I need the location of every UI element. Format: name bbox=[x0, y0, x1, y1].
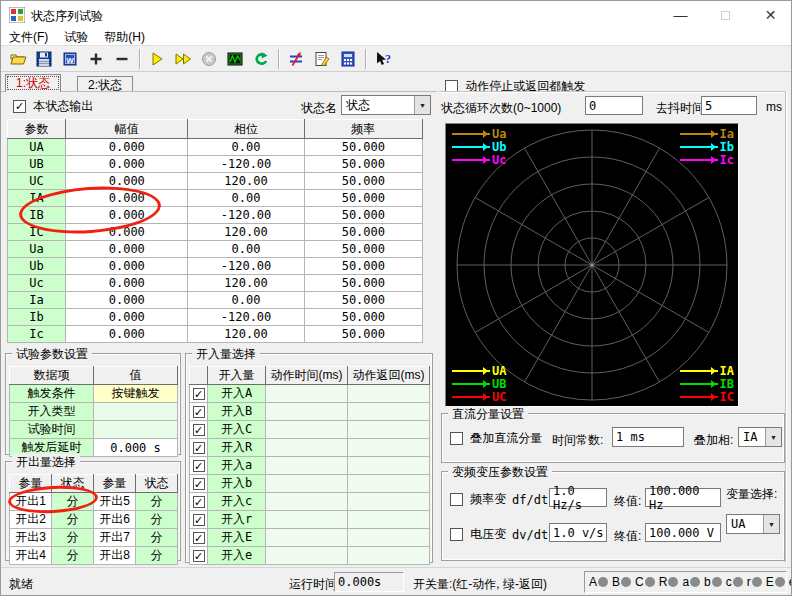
frequency-cell[interactable]: 50.000 bbox=[304, 224, 422, 241]
dvdt-input[interactable]: 1.0 v/s bbox=[549, 523, 607, 542]
phase-cell[interactable]: 120.00 bbox=[188, 173, 304, 190]
col-phase[interactable]: 相位 bbox=[188, 120, 304, 139]
frequency-cell[interactable]: 50.000 bbox=[304, 139, 422, 156]
close-button[interactable]: ✕ bbox=[748, 1, 792, 29]
amplitude-cell[interactable]: 0.000 bbox=[66, 207, 188, 224]
output-state[interactable]: 分 bbox=[136, 511, 178, 529]
maximize-button[interactable] bbox=[703, 1, 748, 29]
amplitude-cell[interactable]: 0.000 bbox=[66, 275, 188, 292]
frequency-cell[interactable]: 50.000 bbox=[304, 207, 422, 224]
frequency-cell[interactable]: 50.000 bbox=[304, 292, 422, 309]
calculator-button[interactable] bbox=[335, 47, 361, 71]
param-value[interactable]: 0.000 s bbox=[94, 439, 178, 457]
chevron-down-icon[interactable]: ▼ bbox=[763, 515, 779, 533]
input-checkbox[interactable]: ✓ bbox=[190, 457, 208, 475]
tab-state-1[interactable]: 1:状态 bbox=[5, 74, 61, 92]
debounce-input[interactable]: 5 bbox=[701, 96, 757, 115]
amplitude-cell[interactable]: 0.000 bbox=[66, 258, 188, 275]
vector-view-button[interactable] bbox=[283, 47, 309, 71]
param-value[interactable] bbox=[94, 403, 178, 421]
frequency-cell[interactable]: 50.000 bbox=[304, 258, 422, 275]
phase-cell[interactable]: 0.00 bbox=[188, 241, 304, 258]
var-select-combo[interactable]: UA ▼ bbox=[726, 514, 780, 534]
menu-help[interactable]: 帮助(H) bbox=[96, 29, 153, 45]
volt-end-input[interactable]: 100.000 V bbox=[645, 523, 721, 542]
amplitude-cell[interactable]: 0.000 bbox=[66, 156, 188, 173]
input-checkbox[interactable]: ✓ bbox=[190, 511, 208, 529]
save-button[interactable] bbox=[31, 47, 57, 71]
output-state[interactable]: 分 bbox=[52, 493, 94, 511]
col-amplitude[interactable]: 幅值 bbox=[66, 120, 188, 139]
input-checkbox[interactable]: ✓ bbox=[190, 439, 208, 457]
amplitude-cell[interactable]: 0.000 bbox=[66, 139, 188, 156]
phase-cell[interactable]: -120.00 bbox=[188, 309, 304, 326]
input-checkbox[interactable]: ✓ bbox=[190, 547, 208, 565]
amplitude-cell[interactable]: 0.000 bbox=[66, 173, 188, 190]
phase-cell[interactable]: -120.00 bbox=[188, 207, 304, 224]
menu-test[interactable]: 试验 bbox=[56, 29, 96, 45]
phase-cell[interactable]: 0.00 bbox=[188, 139, 304, 156]
help-button[interactable]: ? bbox=[370, 47, 396, 71]
frequency-cell[interactable]: 50.000 bbox=[304, 173, 422, 190]
phase-cell[interactable]: 0.00 bbox=[188, 292, 304, 309]
output-state[interactable]: 分 bbox=[52, 547, 94, 565]
input-checkbox[interactable]: ✓ bbox=[190, 493, 208, 511]
phase-cell[interactable]: 0.00 bbox=[188, 190, 304, 207]
remove-state-button[interactable] bbox=[109, 47, 135, 71]
phase-cell[interactable]: 120.00 bbox=[188, 224, 304, 241]
col-param[interactable]: 参数 bbox=[8, 120, 66, 139]
dfdt-input[interactable]: 1.0 Hz/s bbox=[549, 488, 607, 507]
frequency-cell[interactable]: 50.000 bbox=[304, 190, 422, 207]
amplitude-cell[interactable]: 0.000 bbox=[66, 224, 188, 241]
param-value[interactable] bbox=[94, 421, 178, 439]
frequency-cell[interactable]: 50.000 bbox=[304, 309, 422, 326]
volt-change-checkbox[interactable]: 电压变 bbox=[450, 526, 506, 543]
phase-cell[interactable]: -120.00 bbox=[188, 156, 304, 173]
input-checkbox[interactable]: ✓ bbox=[190, 403, 208, 421]
output-state[interactable]: 分 bbox=[52, 511, 94, 529]
freq-change-checkbox[interactable]: 频率变 bbox=[450, 491, 506, 508]
minimize-button[interactable]: — bbox=[658, 1, 703, 29]
chevron-down-icon[interactable]: ▼ bbox=[765, 428, 781, 446]
input-checkbox[interactable]: ✓ bbox=[190, 529, 208, 547]
amplitude-cell[interactable]: 0.000 bbox=[66, 241, 188, 258]
phase-cell[interactable]: 120.00 bbox=[188, 275, 304, 292]
frequency-cell[interactable]: 50.000 bbox=[304, 275, 422, 292]
amplitude-cell[interactable]: 0.000 bbox=[66, 309, 188, 326]
output-state[interactable]: 分 bbox=[136, 493, 178, 511]
amplitude-cell[interactable]: 0.000 bbox=[66, 292, 188, 309]
loop-count-input[interactable]: 0 bbox=[585, 96, 643, 115]
menu-file[interactable]: 文件(F) bbox=[1, 29, 56, 45]
frequency-cell[interactable]: 50.000 bbox=[304, 156, 422, 173]
state-output-checkbox[interactable]: ✓ 本状态输出 bbox=[13, 98, 93, 115]
amplitude-cell[interactable]: 0.000 bbox=[66, 326, 188, 343]
freq-end-input[interactable]: 100.000 Hz bbox=[645, 488, 721, 507]
superpose-phase-combo[interactable]: IA ▼ bbox=[738, 427, 782, 447]
param-value[interactable]: 按键触发 bbox=[94, 385, 178, 403]
frequency-cell[interactable]: 50.000 bbox=[304, 241, 422, 258]
amplitude-cell[interactable]: 0.000 bbox=[66, 190, 188, 207]
phase-cell[interactable]: 120.00 bbox=[188, 326, 304, 343]
input-checkbox[interactable]: ✓ bbox=[190, 475, 208, 493]
stop-button[interactable] bbox=[196, 47, 222, 71]
start-button[interactable] bbox=[144, 47, 170, 71]
add-state-button[interactable] bbox=[83, 47, 109, 71]
frequency-cell[interactable]: 50.000 bbox=[304, 326, 422, 343]
report-button[interactable] bbox=[309, 47, 335, 71]
output-state[interactable]: 分 bbox=[52, 529, 94, 547]
dc-checkbox[interactable]: 叠加直流分量 bbox=[450, 430, 542, 447]
undo-button[interactable] bbox=[248, 47, 274, 71]
phase-cell[interactable]: -120.00 bbox=[188, 258, 304, 275]
output-state[interactable]: 分 bbox=[136, 547, 178, 565]
output-state[interactable]: 分 bbox=[136, 529, 178, 547]
time-constant-input[interactable]: 1 ms bbox=[612, 427, 684, 447]
input-checkbox[interactable]: ✓ bbox=[190, 421, 208, 439]
input-checkbox[interactable]: ✓ bbox=[190, 385, 208, 403]
fast-run-button[interactable] bbox=[170, 47, 196, 71]
chevron-down-icon[interactable]: ▼ bbox=[414, 96, 430, 114]
action-stop-checkbox[interactable]: 动作停止或返回都触发 bbox=[445, 78, 585, 95]
state-name-combo[interactable]: 状态 ▼ bbox=[341, 95, 431, 115]
col-frequency[interactable]: 频率 bbox=[304, 120, 422, 139]
tab-state-2[interactable]: 2:状态 bbox=[77, 76, 133, 92]
export-word-button[interactable]: W bbox=[57, 47, 83, 71]
